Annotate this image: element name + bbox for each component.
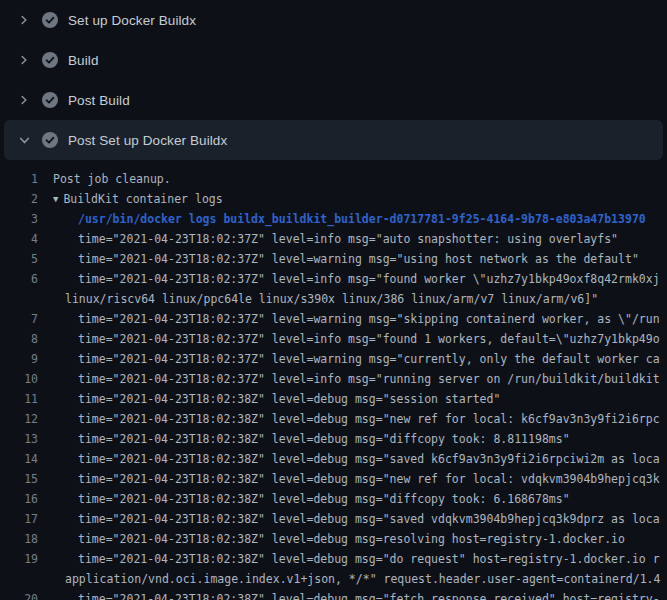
log-line-number[interactable]: 18 (0, 529, 38, 549)
log-line: 2 ▼BuildKit container logs (0, 189, 667, 209)
log-line: 4 ▼time="2021-04-23T18:02:37Z" level=inf… (0, 229, 667, 249)
log-line-number[interactable]: 7 (0, 309, 38, 329)
log-line-text: ▼time="2021-04-23T18:02:38Z" level=debug… (38, 509, 660, 529)
log-line-number[interactable]: 2 (0, 189, 38, 209)
log-line: ▼linux/riscv64 linux/ppc64le linux/s390x… (0, 289, 667, 309)
log-line: 14 ▼time="2021-04-23T18:02:38Z" level=de… (0, 449, 667, 469)
log-line-text: ▼/usr/bin/docker logs buildx_buildkit_bu… (38, 209, 646, 229)
chevron-right-icon (19, 55, 29, 65)
log-line-number[interactable]: 8 (0, 329, 38, 349)
chevron-right-icon (19, 95, 29, 105)
log-line: 5 ▼time="2021-04-23T18:02:37Z" level=war… (0, 249, 667, 269)
log-line-number[interactable]: 14 (0, 449, 38, 469)
log-line: 8 ▼time="2021-04-23T18:02:37Z" level=inf… (0, 329, 667, 349)
log-line-text: ▼time="2021-04-23T18:02:38Z" level=debug… (38, 469, 660, 489)
chevron-right-icon (19, 15, 29, 25)
log-line: 17 ▼time="2021-04-23T18:02:38Z" level=de… (0, 509, 667, 529)
check-circle-icon (42, 12, 58, 28)
step-header[interactable]: Post Set up Docker Buildx (4, 120, 663, 160)
log-line: 20 ▼time="2021-04-23T18:02:38Z" level=de… (0, 589, 667, 600)
log-viewer: 1 ▼Post job cleanup. 2 ▼BuildKit contain… (0, 160, 667, 600)
log-line-text: ▼time="2021-04-23T18:02:37Z" level=info … (38, 269, 660, 289)
log-line-text: ▼time="2021-04-23T18:02:37Z" level=info … (38, 369, 660, 389)
log-line-text: ▼time="2021-04-23T18:02:38Z" level=debug… (38, 389, 500, 409)
log-line-number[interactable]: 9 (0, 349, 38, 369)
log-line-text: ▼time="2021-04-23T18:02:38Z" level=debug… (38, 429, 570, 449)
log-line-number (0, 289, 38, 309)
log-line-text: ▼time="2021-04-23T18:02:38Z" level=debug… (38, 489, 570, 509)
log-line-number (0, 569, 38, 589)
step-header[interactable]: Post Build (4, 80, 663, 120)
log-line: 11 ▼time="2021-04-23T18:02:38Z" level=de… (0, 389, 667, 409)
step-title: Set up Docker Buildx (68, 13, 196, 28)
log-line-number[interactable]: 17 (0, 509, 38, 529)
log-line: 6 ▼time="2021-04-23T18:02:37Z" level=inf… (0, 269, 667, 289)
log-line: 12 ▼time="2021-04-23T18:02:38Z" level=de… (0, 409, 667, 429)
log-line: 19 ▼time="2021-04-23T18:02:38Z" level=de… (0, 549, 667, 569)
log-line: ▼application/vnd.oci.image.index.v1+json… (0, 569, 667, 589)
log-line-text: ▼Post job cleanup. (38, 169, 171, 189)
chevron-down-icon (19, 135, 30, 146)
check-circle-icon (42, 92, 58, 108)
log-line-number[interactable]: 15 (0, 469, 38, 489)
log-line-text: ▼application/vnd.oci.image.index.v1+json… (38, 569, 660, 589)
log-line-text: ▼time="2021-04-23T18:02:38Z" level=debug… (38, 409, 660, 429)
log-line-text: ▼time="2021-04-23T18:02:38Z" level=debug… (38, 449, 660, 469)
log-line: 15 ▼time="2021-04-23T18:02:38Z" level=de… (0, 469, 667, 489)
log-line-text: ▼time="2021-04-23T18:02:38Z" level=debug… (38, 589, 660, 600)
check-circle-icon (42, 52, 58, 68)
log-line-number[interactable]: 1 (0, 169, 38, 189)
log-line-number[interactable]: 16 (0, 489, 38, 509)
log-line-number[interactable]: 20 (0, 589, 38, 600)
step-header[interactable]: Build (4, 40, 663, 80)
group-collapse-icon: ▼ (53, 194, 58, 204)
log-line-number[interactable]: 4 (0, 229, 38, 249)
log-line: 13 ▼time="2021-04-23T18:02:38Z" level=de… (0, 429, 667, 449)
log-line-text: ▼time="2021-04-23T18:02:38Z" level=debug… (38, 549, 660, 569)
log-line: 3 ▼/usr/bin/docker logs buildx_buildkit_… (0, 209, 667, 229)
log-group-toggle[interactable]: ▼BuildKit container logs (38, 189, 223, 209)
log-line: 10 ▼time="2021-04-23T18:02:37Z" level=in… (0, 369, 667, 389)
step-title: Post Build (68, 93, 130, 108)
log-line-text: ▼time="2021-04-23T18:02:37Z" level=warni… (38, 309, 660, 329)
steps-list: Set up Docker Buildx Build Post Build (0, 0, 667, 160)
log-line-number[interactable]: 13 (0, 429, 38, 449)
log-line: 7 ▼time="2021-04-23T18:02:37Z" level=war… (0, 309, 667, 329)
log-line-number[interactable]: 3 (0, 209, 38, 229)
log-line: 18 ▼time="2021-04-23T18:02:38Z" level=de… (0, 529, 667, 549)
log-line: 9 ▼time="2021-04-23T18:02:37Z" level=war… (0, 349, 667, 369)
log-line-number[interactable]: 10 (0, 369, 38, 389)
log-line-text: ▼time="2021-04-23T18:02:37Z" level=info … (38, 329, 660, 349)
log-line-number[interactable]: 12 (0, 409, 38, 429)
log-line: 1 ▼Post job cleanup. (0, 169, 667, 189)
log-line-number[interactable]: 19 (0, 549, 38, 569)
log-line-text: ▼time="2021-04-23T18:02:37Z" level=warni… (38, 249, 639, 269)
step-title: Build (68, 53, 99, 68)
log-line-number[interactable]: 11 (0, 389, 38, 409)
check-circle-icon (42, 132, 58, 148)
step-title: Post Set up Docker Buildx (68, 133, 227, 148)
log-line-text: ▼time="2021-04-23T18:02:37Z" level=warni… (38, 349, 660, 369)
step-header[interactable]: Set up Docker Buildx (4, 0, 663, 40)
log-line-number[interactable]: 5 (0, 249, 38, 269)
log-line-text: ▼time="2021-04-23T18:02:38Z" level=debug… (38, 529, 625, 549)
log-line: 16 ▼time="2021-04-23T18:02:38Z" level=de… (0, 489, 667, 509)
log-line-text: ▼time="2021-04-23T18:02:37Z" level=info … (38, 229, 618, 249)
log-line-number[interactable]: 6 (0, 269, 38, 289)
log-line-text: ▼linux/riscv64 linux/ppc64le linux/s390x… (38, 289, 598, 309)
